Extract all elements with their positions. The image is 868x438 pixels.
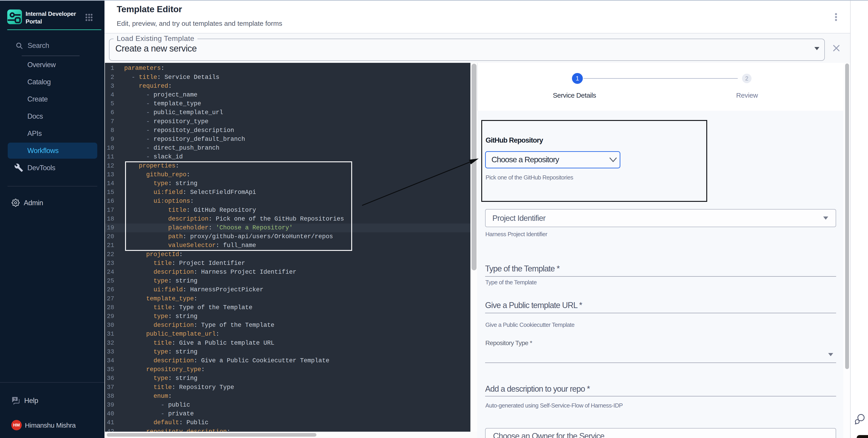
svg-text:?: ? xyxy=(13,397,16,402)
